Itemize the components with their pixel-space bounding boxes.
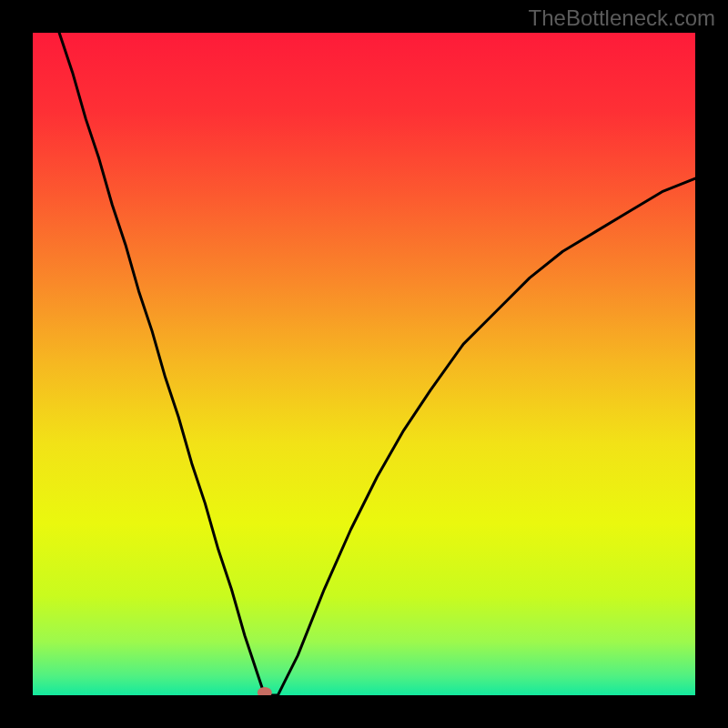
watermark-text: TheBottleneck.com xyxy=(529,5,715,31)
chart-frame: TheBottleneck.com xyxy=(0,0,728,728)
gradient-background xyxy=(33,33,695,695)
plot-svg xyxy=(33,33,695,695)
plot-area xyxy=(33,33,695,695)
